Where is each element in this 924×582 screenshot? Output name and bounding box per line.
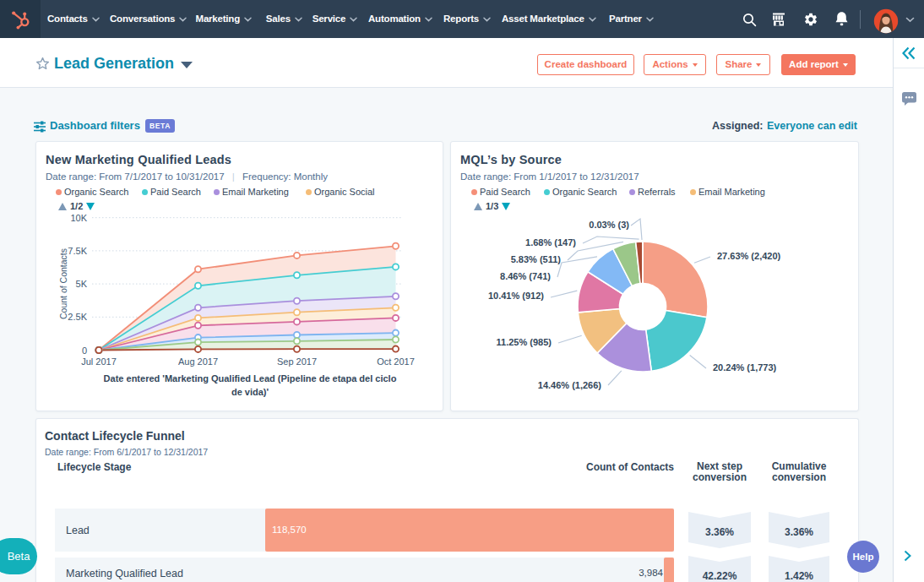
svg-text:7.5K: 7.5K [68, 246, 87, 256]
svg-text:10K: 10K [70, 213, 87, 223]
svg-text:8.46% (741): 8.46% (741) [500, 271, 551, 281]
svg-text:0: 0 [82, 345, 87, 356]
svg-text:Oct 2017: Oct 2017 [377, 356, 415, 367]
svg-text:Date entered 'Marketing Qualif: Date entered 'Marketing Qualified Lead (… [104, 373, 397, 383]
svg-text:Sep 2017: Sep 2017 [277, 356, 317, 367]
svg-text:27.63% (2,420): 27.63% (2,420) [717, 251, 781, 261]
svg-text:14.46% (1,266): 14.46% (1,266) [538, 380, 602, 390]
svg-text:2.5K: 2.5K [68, 312, 87, 322]
svg-text:10.41% (912): 10.41% (912) [488, 291, 544, 301]
svg-text:Jul 2017: Jul 2017 [81, 356, 117, 367]
svg-text:1.68% (147): 1.68% (147) [525, 237, 576, 247]
svg-text:5K: 5K [76, 279, 88, 289]
svg-text:Aug 2017: Aug 2017 [178, 356, 218, 367]
svg-text:5.83% (511): 5.83% (511) [511, 254, 562, 264]
svg-text:11.25% (985): 11.25% (985) [497, 337, 552, 347]
svg-text:0.03% (3): 0.03% (3) [589, 220, 629, 230]
svg-text:20.24% (1,773): 20.24% (1,773) [713, 362, 777, 373]
svg-text:Count of Contacts: Count of Contacts [58, 248, 68, 319]
svg-text:de vida)': de vida)' [231, 387, 269, 397]
